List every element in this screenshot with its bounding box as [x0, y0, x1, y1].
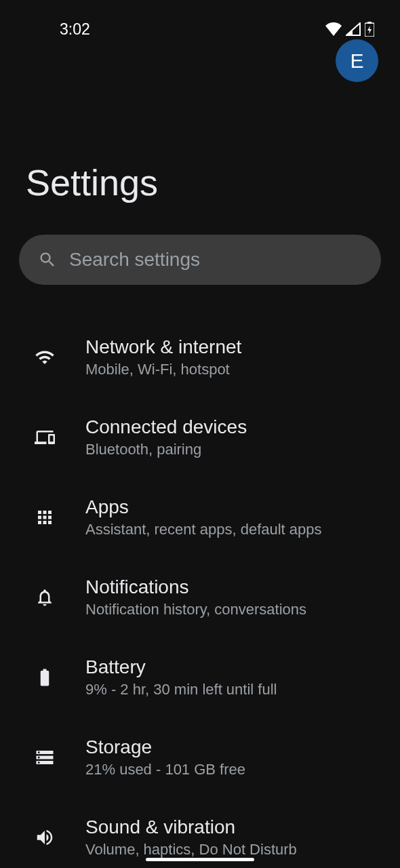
settings-item-apps[interactable]: Apps Assistant, recent apps, default app… — [20, 477, 380, 557]
item-text: Storage 21% used - 101 GB free — [85, 736, 245, 778]
signal-icon — [346, 22, 361, 36]
wifi-icon — [325, 22, 342, 36]
avatar-letter: E — [350, 50, 363, 73]
status-time: 3:02 — [60, 20, 90, 39]
apps-icon — [30, 502, 60, 532]
search-bar[interactable]: Search settings — [19, 235, 381, 285]
settings-item-battery[interactable]: Battery 9% - 2 hr, 30 min left until ful… — [20, 637, 380, 717]
settings-item-storage[interactable]: Storage 21% used - 101 GB free — [20, 717, 380, 797]
nav-bar-handle[interactable] — [146, 858, 254, 861]
page-title: Settings — [20, 161, 380, 203]
battery-icon — [365, 22, 374, 37]
item-text: Notifications Notification history, conv… — [85, 576, 306, 618]
item-subtitle: 9% - 2 hr, 30 min left until full — [85, 681, 277, 698]
item-text: Network & internet Mobile, Wi-Fi, hotspo… — [85, 336, 241, 378]
item-title: Sound & vibration — [85, 816, 297, 838]
settings-item-devices[interactable]: Connected devices Bluetooth, pairing — [20, 397, 380, 477]
search-placeholder: Search settings — [69, 249, 200, 271]
item-title: Network & internet — [85, 336, 241, 358]
status-icons — [325, 22, 374, 37]
item-subtitle: 21% used - 101 GB free — [85, 761, 245, 778]
volume-icon — [30, 823, 60, 852]
wifi-icon — [30, 342, 60, 372]
item-subtitle: Mobile, Wi-Fi, hotspot — [85, 361, 241, 378]
devices-icon — [30, 422, 60, 452]
item-text: Apps Assistant, recent apps, default app… — [85, 496, 322, 538]
svg-rect-1 — [367, 22, 372, 24]
item-text: Sound & vibration Volume, haptics, Do No… — [85, 816, 297, 859]
battery-icon — [30, 663, 60, 692]
item-subtitle: Bluetooth, pairing — [85, 441, 247, 458]
storage-icon — [30, 743, 60, 772]
item-subtitle: Volume, haptics, Do Not Disturb — [85, 841, 297, 859]
avatar[interactable]: E — [336, 39, 378, 82]
item-text: Battery 9% - 2 hr, 30 min left until ful… — [85, 656, 277, 698]
item-title: Notifications — [85, 576, 306, 598]
item-subtitle: Notification history, conversations — [85, 601, 306, 618]
item-text: Connected devices Bluetooth, pairing — [85, 416, 247, 458]
item-title: Apps — [85, 496, 322, 518]
bell-icon — [30, 583, 60, 612]
settings-item-network[interactable]: Network & internet Mobile, Wi-Fi, hotspo… — [20, 317, 380, 397]
item-title: Connected devices — [85, 416, 247, 438]
item-subtitle: Assistant, recent apps, default apps — [85, 521, 322, 538]
settings-list: Network & internet Mobile, Wi-Fi, hotspo… — [0, 317, 400, 868]
header-area: E Settings — [0, 39, 400, 203]
settings-item-notifications[interactable]: Notifications Notification history, conv… — [20, 557, 380, 637]
item-title: Battery — [85, 656, 277, 678]
search-icon — [38, 250, 57, 269]
status-bar: 3:02 — [0, 0, 400, 39]
item-title: Storage — [85, 736, 245, 758]
